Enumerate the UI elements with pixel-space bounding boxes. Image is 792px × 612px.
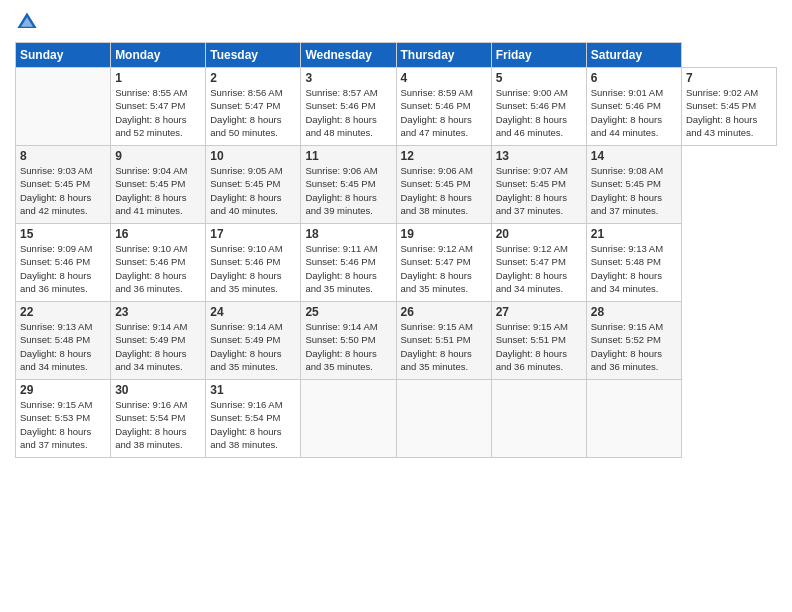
- day-number: 13: [496, 149, 582, 163]
- calendar-cell: 14Sunrise: 9:08 AMSunset: 5:45 PMDayligh…: [586, 146, 681, 224]
- calendar-cell: 30Sunrise: 9:16 AMSunset: 5:54 PMDayligh…: [111, 380, 206, 458]
- day-number: 29: [20, 383, 106, 397]
- day-info: Sunrise: 9:15 AMSunset: 5:53 PMDaylight:…: [20, 398, 106, 451]
- day-number: 16: [115, 227, 201, 241]
- day-info: Sunrise: 9:06 AMSunset: 5:45 PMDaylight:…: [401, 164, 487, 217]
- calendar-cell: 12Sunrise: 9:06 AMSunset: 5:45 PMDayligh…: [396, 146, 491, 224]
- calendar-week-row: 15Sunrise: 9:09 AMSunset: 5:46 PMDayligh…: [16, 224, 777, 302]
- day-info: Sunrise: 9:16 AMSunset: 5:54 PMDaylight:…: [210, 398, 296, 451]
- day-number: 15: [20, 227, 106, 241]
- calendar-cell: 11Sunrise: 9:06 AMSunset: 5:45 PMDayligh…: [301, 146, 396, 224]
- day-number: 22: [20, 305, 106, 319]
- calendar-cell: 3Sunrise: 8:57 AMSunset: 5:46 PMDaylight…: [301, 68, 396, 146]
- day-number: 27: [496, 305, 582, 319]
- day-number: 9: [115, 149, 201, 163]
- day-number: 19: [401, 227, 487, 241]
- day-info: Sunrise: 8:57 AMSunset: 5:46 PMDaylight:…: [305, 86, 391, 139]
- day-info: Sunrise: 9:11 AMSunset: 5:46 PMDaylight:…: [305, 242, 391, 295]
- calendar-cell: 4Sunrise: 8:59 AMSunset: 5:46 PMDaylight…: [396, 68, 491, 146]
- day-info: Sunrise: 9:14 AMSunset: 5:49 PMDaylight:…: [115, 320, 201, 373]
- calendar-cell: 2Sunrise: 8:56 AMSunset: 5:47 PMDaylight…: [206, 68, 301, 146]
- calendar-cell: 15Sunrise: 9:09 AMSunset: 5:46 PMDayligh…: [16, 224, 111, 302]
- day-info: Sunrise: 9:12 AMSunset: 5:47 PMDaylight:…: [496, 242, 582, 295]
- day-info: Sunrise: 9:15 AMSunset: 5:51 PMDaylight:…: [401, 320, 487, 373]
- day-number: 6: [591, 71, 677, 85]
- day-info: Sunrise: 9:07 AMSunset: 5:45 PMDaylight:…: [496, 164, 582, 217]
- day-number: 7: [686, 71, 772, 85]
- day-number: 25: [305, 305, 391, 319]
- calendar-header-row: SundayMondayTuesdayWednesdayThursdayFrid…: [16, 43, 777, 68]
- day-number: 4: [401, 71, 487, 85]
- calendar-cell: 17Sunrise: 9:10 AMSunset: 5:46 PMDayligh…: [206, 224, 301, 302]
- day-number: 17: [210, 227, 296, 241]
- calendar-cell: 23Sunrise: 9:14 AMSunset: 5:49 PMDayligh…: [111, 302, 206, 380]
- calendar-cell: [491, 380, 586, 458]
- calendar-week-row: 29Sunrise: 9:15 AMSunset: 5:53 PMDayligh…: [16, 380, 777, 458]
- day-number: 31: [210, 383, 296, 397]
- day-number: 24: [210, 305, 296, 319]
- day-info: Sunrise: 9:05 AMSunset: 5:45 PMDaylight:…: [210, 164, 296, 217]
- calendar-cell: 25Sunrise: 9:14 AMSunset: 5:50 PMDayligh…: [301, 302, 396, 380]
- day-info: Sunrise: 9:16 AMSunset: 5:54 PMDaylight:…: [115, 398, 201, 451]
- day-number: 28: [591, 305, 677, 319]
- calendar-week-row: 22Sunrise: 9:13 AMSunset: 5:48 PMDayligh…: [16, 302, 777, 380]
- calendar-cell: 5Sunrise: 9:00 AMSunset: 5:46 PMDaylight…: [491, 68, 586, 146]
- calendar-cell: 8Sunrise: 9:03 AMSunset: 5:45 PMDaylight…: [16, 146, 111, 224]
- day-number: 10: [210, 149, 296, 163]
- day-number: 3: [305, 71, 391, 85]
- day-info: Sunrise: 9:10 AMSunset: 5:46 PMDaylight:…: [210, 242, 296, 295]
- day-number: 2: [210, 71, 296, 85]
- calendar-cell: 24Sunrise: 9:14 AMSunset: 5:49 PMDayligh…: [206, 302, 301, 380]
- day-info: Sunrise: 9:13 AMSunset: 5:48 PMDaylight:…: [591, 242, 677, 295]
- day-info: Sunrise: 9:06 AMSunset: 5:45 PMDaylight:…: [305, 164, 391, 217]
- day-number: 20: [496, 227, 582, 241]
- calendar-day-header: Thursday: [396, 43, 491, 68]
- calendar-week-row: 1Sunrise: 8:55 AMSunset: 5:47 PMDaylight…: [16, 68, 777, 146]
- day-number: 1: [115, 71, 201, 85]
- calendar-cell: 6Sunrise: 9:01 AMSunset: 5:46 PMDaylight…: [586, 68, 681, 146]
- calendar-cell: [301, 380, 396, 458]
- calendar-day-header: Monday: [111, 43, 206, 68]
- calendar-cell: 1Sunrise: 8:55 AMSunset: 5:47 PMDaylight…: [111, 68, 206, 146]
- calendar-table: SundayMondayTuesdayWednesdayThursdayFrid…: [15, 42, 777, 458]
- day-info: Sunrise: 9:08 AMSunset: 5:45 PMDaylight:…: [591, 164, 677, 217]
- calendar-cell: 28Sunrise: 9:15 AMSunset: 5:52 PMDayligh…: [586, 302, 681, 380]
- day-info: Sunrise: 9:10 AMSunset: 5:46 PMDaylight:…: [115, 242, 201, 295]
- calendar-week-row: 8Sunrise: 9:03 AMSunset: 5:45 PMDaylight…: [16, 146, 777, 224]
- day-number: 23: [115, 305, 201, 319]
- logo-icon: [15, 10, 39, 34]
- logo: [15, 10, 41, 34]
- day-info: Sunrise: 9:02 AMSunset: 5:45 PMDaylight:…: [686, 86, 772, 139]
- day-info: Sunrise: 9:13 AMSunset: 5:48 PMDaylight:…: [20, 320, 106, 373]
- calendar-cell: 9Sunrise: 9:04 AMSunset: 5:45 PMDaylight…: [111, 146, 206, 224]
- calendar-cell: [396, 380, 491, 458]
- calendar-cell: [16, 68, 111, 146]
- calendar-cell: 29Sunrise: 9:15 AMSunset: 5:53 PMDayligh…: [16, 380, 111, 458]
- calendar-day-header: Friday: [491, 43, 586, 68]
- day-number: 18: [305, 227, 391, 241]
- calendar-cell: 7Sunrise: 9:02 AMSunset: 5:45 PMDaylight…: [681, 68, 776, 146]
- calendar-cell: 26Sunrise: 9:15 AMSunset: 5:51 PMDayligh…: [396, 302, 491, 380]
- day-info: Sunrise: 9:14 AMSunset: 5:50 PMDaylight:…: [305, 320, 391, 373]
- day-info: Sunrise: 9:12 AMSunset: 5:47 PMDaylight:…: [401, 242, 487, 295]
- day-number: 12: [401, 149, 487, 163]
- calendar-day-header: Wednesday: [301, 43, 396, 68]
- day-info: Sunrise: 8:55 AMSunset: 5:47 PMDaylight:…: [115, 86, 201, 139]
- calendar-cell: 10Sunrise: 9:05 AMSunset: 5:45 PMDayligh…: [206, 146, 301, 224]
- day-info: Sunrise: 8:59 AMSunset: 5:46 PMDaylight:…: [401, 86, 487, 139]
- calendar-cell: 18Sunrise: 9:11 AMSunset: 5:46 PMDayligh…: [301, 224, 396, 302]
- day-info: Sunrise: 9:01 AMSunset: 5:46 PMDaylight:…: [591, 86, 677, 139]
- day-info: Sunrise: 9:15 AMSunset: 5:51 PMDaylight:…: [496, 320, 582, 373]
- day-number: 21: [591, 227, 677, 241]
- calendar-day-header: Saturday: [586, 43, 681, 68]
- day-number: 14: [591, 149, 677, 163]
- calendar-cell: 22Sunrise: 9:13 AMSunset: 5:48 PMDayligh…: [16, 302, 111, 380]
- page-container: SundayMondayTuesdayWednesdayThursdayFrid…: [0, 0, 792, 468]
- day-number: 26: [401, 305, 487, 319]
- calendar-cell: 27Sunrise: 9:15 AMSunset: 5:51 PMDayligh…: [491, 302, 586, 380]
- day-info: Sunrise: 9:00 AMSunset: 5:46 PMDaylight:…: [496, 86, 582, 139]
- day-info: Sunrise: 9:15 AMSunset: 5:52 PMDaylight:…: [591, 320, 677, 373]
- calendar-cell: 19Sunrise: 9:12 AMSunset: 5:47 PMDayligh…: [396, 224, 491, 302]
- calendar-cell: [586, 380, 681, 458]
- day-info: Sunrise: 9:14 AMSunset: 5:49 PMDaylight:…: [210, 320, 296, 373]
